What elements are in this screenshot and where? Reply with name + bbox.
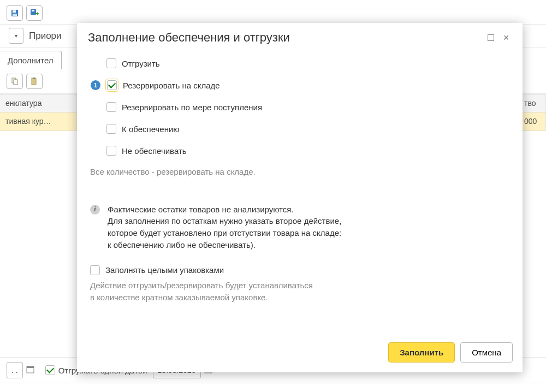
info-icon: i xyxy=(90,205,100,215)
summary-hint: Все количество - резервировать на складе… xyxy=(90,166,509,179)
dialog-title: Заполнение обеспечения и отгрузки xyxy=(88,31,483,45)
floppy-icon xyxy=(10,9,19,17)
packages-hint: Действие отгрузить/резервировать будет у… xyxy=(90,280,509,304)
priority-label: Приори xyxy=(29,31,62,41)
maximize-button[interactable] xyxy=(483,31,498,44)
copy-icon xyxy=(10,77,19,86)
col-header-nomenclature: енклатура xyxy=(0,94,76,112)
option-do-not-supply-label: Не обеспечивать xyxy=(122,146,187,156)
svg-rect-1 xyxy=(13,10,16,13)
toolbar-more xyxy=(46,5,57,21)
cancel-button[interactable]: Отмена xyxy=(460,342,513,363)
option-reserve-incoming-label: Резервировать по мере поступления xyxy=(122,103,262,112)
option-ship-label: Отгрузить xyxy=(122,59,160,68)
paste-icon xyxy=(30,77,39,86)
option-to-supply-label: К обеспечению xyxy=(122,124,180,134)
save-button[interactable] xyxy=(7,5,23,21)
svg-rect-8 xyxy=(33,78,35,79)
chevron-down-icon: ▾ xyxy=(15,33,17,39)
ship-one-date-checkbox[interactable] xyxy=(45,365,55,375)
option-ship-checkbox[interactable] xyxy=(106,58,116,68)
option-reserve-incoming-checkbox[interactable] xyxy=(106,102,116,112)
close-button[interactable]: × xyxy=(498,31,514,44)
close-icon: × xyxy=(503,33,509,43)
svg-rect-4 xyxy=(32,10,34,11)
svg-rect-10 xyxy=(27,366,34,368)
floppy-arrow-icon xyxy=(30,9,39,17)
date-placeholder: . . xyxy=(11,366,18,375)
tab-additional[interactable]: Дополнител xyxy=(0,51,62,69)
option-do-not-supply-checkbox[interactable] xyxy=(106,146,116,156)
svg-rect-6 xyxy=(14,80,17,85)
calendar-icon[interactable] xyxy=(26,365,34,375)
save-close-button[interactable] xyxy=(26,5,43,21)
copy-button[interactable] xyxy=(7,74,23,89)
fill-button[interactable]: Заполнить xyxy=(388,342,455,363)
option-reserve-stock-checkbox[interactable] xyxy=(107,80,117,90)
priority-dropdown[interactable]: ▾ xyxy=(9,28,23,44)
maximize-icon xyxy=(488,34,494,41)
fill-whole-packs-label: Заполнять целыми упаковками xyxy=(105,265,224,275)
fill-supply-dialog: Заполнение обеспечения и отгрузки × Отгр… xyxy=(77,23,523,372)
cell-qty: 000 xyxy=(519,112,546,130)
option-to-supply-checkbox[interactable] xyxy=(106,124,116,134)
paste-button[interactable] xyxy=(26,74,43,89)
info-text: Фактические остатки товаров не анализиру… xyxy=(108,204,341,251)
date-from-input[interactable]: . . xyxy=(7,362,23,378)
fill-whole-packs-checkbox[interactable] xyxy=(90,265,100,275)
option-reserve-stock-label: Резервировать на складе xyxy=(123,81,220,90)
svg-rect-2 xyxy=(13,14,17,16)
step-marker-1: 1 xyxy=(91,80,100,90)
col-header-qty: тво xyxy=(519,94,546,112)
cell-nomenclature: тивная кур… xyxy=(0,112,76,130)
